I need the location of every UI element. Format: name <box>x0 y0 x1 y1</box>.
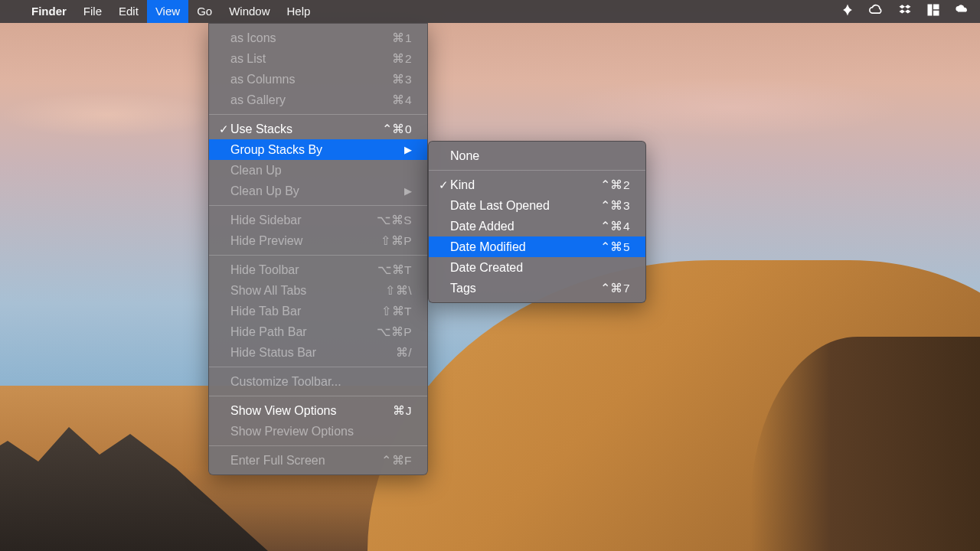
menu-shortcut: ⌃⌘2 <box>600 178 630 192</box>
menu-shortcut: ⌘4 <box>392 93 412 107</box>
view-menu-item-show-preview-options: Show Preview Options <box>209 421 427 442</box>
menu-item-label: Kind <box>450 178 475 192</box>
menu-item-label: Date Added <box>450 220 514 233</box>
menu-shortcut: ⌃⌘5 <box>600 240 630 254</box>
menu-item-label: as Columns <box>230 73 295 86</box>
menu-edit[interactable]: Edit <box>110 0 147 23</box>
svg-rect-2 <box>933 10 939 15</box>
view-menu-item-hide-toolbar: Hide Toolbar⌥⌘T <box>209 259 427 280</box>
view-menu-item-as-gallery: as Gallery⌘4 <box>209 90 427 110</box>
group-stacks-item-date-last-opened[interactable]: Date Last Opened⌃⌘3 <box>429 195 645 216</box>
view-menu-item-customize-toolbar: Customize Toolbar... <box>209 371 427 392</box>
menu-shortcut: ⇧⌘\ <box>385 284 412 298</box>
menu-item-label: Use Stacks <box>230 122 292 136</box>
menubar: Finder File Edit View Go Window Help <box>0 0 980 23</box>
menu-item-label: Hide Sidebar <box>230 214 302 227</box>
view-menu-separator <box>209 367 427 367</box>
menu-shortcut: ⌃⌘4 <box>600 220 630 233</box>
menu-item-label: Tags <box>450 282 476 295</box>
menu-item-label: Enter Full Screen <box>230 454 325 468</box>
view-menu-item-hide-preview: Hide Preview⇧⌘P <box>209 230 427 251</box>
menu-item-label: Hide Status Bar <box>230 346 316 360</box>
dropbox-icon[interactable] <box>897 2 913 21</box>
svg-rect-1 <box>933 4 939 9</box>
menu-view[interactable]: View <box>147 0 188 23</box>
menu-item-label: Date Created <box>450 261 523 275</box>
chevron-right-icon: ▶ <box>404 185 412 197</box>
view-menu-separator <box>209 445 427 446</box>
menu-item-label: as Icons <box>230 31 276 45</box>
view-menu-item-hide-sidebar: Hide Sidebar⌥⌘S <box>209 210 427 230</box>
view-menu-item-clean-up: Clean Up <box>209 160 427 181</box>
menu-shortcut: ⌥⌘P <box>377 325 412 339</box>
menu-shortcut: ⌘/ <box>396 346 412 360</box>
view-menu-item-hide-path-bar: Hide Path Bar⌥⌘P <box>209 321 427 342</box>
menu-item-label: Group Stacks By <box>230 143 322 157</box>
bartender-icon[interactable] <box>841 3 854 21</box>
menu-item-label: Date Modified <box>450 240 526 254</box>
view-menu-item-clean-up-by: Clean Up By▶ <box>209 181 427 201</box>
menu-finder[interactable]: Finder <box>23 0 75 23</box>
view-menu-item-show-all-tabs: Show All Tabs⇧⌘\ <box>209 280 427 301</box>
menu-item-label: Clean Up <box>230 164 282 178</box>
group-stacks-separator <box>429 170 645 171</box>
view-menu-item-group-stacks-by[interactable]: Group Stacks By▶ <box>209 139 427 160</box>
menu-item-label: as Gallery <box>230 93 286 107</box>
menu-item-label: Hide Path Bar <box>230 325 307 339</box>
view-menu-item-as-list: as List⌘2 <box>209 48 427 69</box>
group-stacks-item-kind[interactable]: ✓Kind⌃⌘2 <box>429 174 645 195</box>
menu-item-label: Clean Up By <box>230 184 299 198</box>
menu-window[interactable]: Window <box>220 0 278 23</box>
menu-shortcut: ⇧⌘P <box>381 234 412 248</box>
view-menu-item-show-view-options[interactable]: Show View Options⌘J <box>209 400 427 421</box>
view-menu-item-enter-full-screen: Enter Full Screen⌃⌘F <box>209 450 427 471</box>
menu-item-label: Hide Tab Bar <box>230 305 301 318</box>
menu-shortcut: ⇧⌘T <box>381 305 412 318</box>
menu-item-label: Show Preview Options <box>230 425 354 439</box>
menu-shortcut: ⌘3 <box>392 73 412 86</box>
menu-item-label: Show All Tabs <box>230 284 306 298</box>
group-stacks-by-submenu: None✓Kind⌃⌘2Date Last Opened⌃⌘3Date Adde… <box>428 141 646 303</box>
group-stacks-item-tags[interactable]: Tags⌃⌘7 <box>429 278 645 298</box>
menu-item-label: Show View Options <box>230 404 336 418</box>
menu-help[interactable]: Help <box>279 0 319 23</box>
menu-shortcut: ⌃⌘0 <box>382 122 412 136</box>
menu-item-label: Hide Preview <box>230 234 302 248</box>
menu-item-label: as List <box>230 52 266 66</box>
menu-shortcut: ⌥⌘S <box>377 214 412 227</box>
svg-rect-0 <box>928 4 933 15</box>
view-menu-separator <box>209 396 427 396</box>
view-menu-item-as-columns: as Columns⌘3 <box>209 69 427 90</box>
view-menu-dropdown: as Icons⌘1as List⌘2as Columns⌘3as Galler… <box>208 23 428 475</box>
menu-shortcut: ⌘J <box>393 404 412 418</box>
group-stacks-item-date-created[interactable]: Date Created <box>429 257 645 278</box>
menu-item-label: Customize Toolbar... <box>230 375 341 389</box>
menu-shortcut: ⌘1 <box>392 31 412 45</box>
menu-item-label: Hide Toolbar <box>230 263 299 277</box>
menu-item-label: Date Last Opened <box>450 199 550 213</box>
menu-shortcut: ⌃⌘7 <box>600 282 630 295</box>
chevron-right-icon: ▶ <box>404 144 412 155</box>
group-stacks-item-none[interactable]: None <box>429 145 645 166</box>
group-stacks-item-date-modified[interactable]: Date Modified⌃⌘5 <box>429 236 645 257</box>
menu-go[interactable]: Go <box>188 0 220 23</box>
menu-shortcut: ⌘2 <box>392 52 412 66</box>
check-icon: ✓ <box>436 178 450 192</box>
check-icon: ✓ <box>217 122 230 136</box>
view-menu-separator <box>209 205 427 206</box>
menu-shortcut: ⌃⌘3 <box>600 199 630 213</box>
view-menu-separator <box>209 255 427 256</box>
onedrive-icon[interactable] <box>954 2 969 21</box>
view-menu-item-use-stacks[interactable]: ✓Use Stacks⌃⌘0 <box>209 119 427 139</box>
group-stacks-item-date-added[interactable]: Date Added⌃⌘4 <box>429 216 645 236</box>
view-menu-item-as-icons: as Icons⌘1 <box>209 28 427 48</box>
better-snap-icon[interactable] <box>926 3 940 21</box>
creative-cloud-icon[interactable] <box>868 2 884 21</box>
menu-item-label: None <box>450 149 479 163</box>
view-menu-item-hide-status-bar: Hide Status Bar⌘/ <box>209 342 427 363</box>
menu-file[interactable]: File <box>75 0 110 23</box>
view-menu-separator <box>209 114 427 115</box>
view-menu-item-hide-tab-bar: Hide Tab Bar⇧⌘T <box>209 301 427 321</box>
menu-shortcut: ⌃⌘F <box>381 454 412 468</box>
menubar-right <box>841 2 969 21</box>
